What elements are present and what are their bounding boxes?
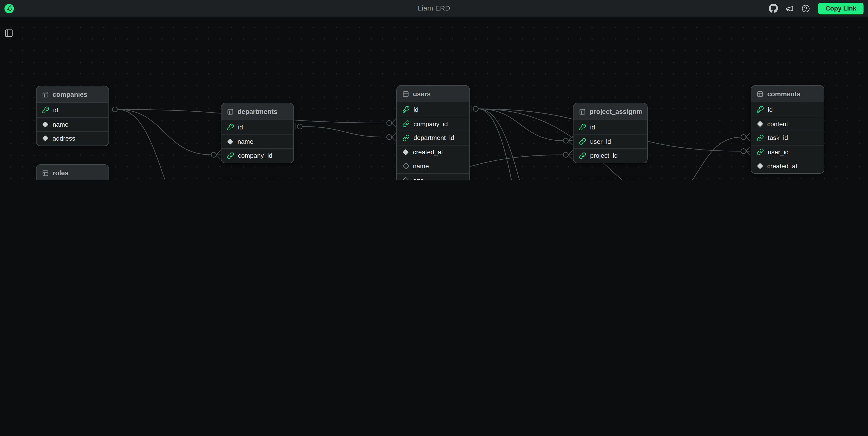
field-name: task_id	[768, 135, 788, 141]
github-icon	[769, 4, 778, 13]
foreign-key-icon	[402, 120, 410, 128]
field-departments-name[interactable]: name	[221, 134, 293, 148]
foreign-key-icon	[757, 134, 764, 142]
field-name: content	[767, 121, 788, 127]
github-button[interactable]	[768, 3, 779, 14]
table-name: departments	[238, 107, 277, 115]
field-name: address	[53, 135, 75, 142]
field-name: id	[238, 124, 243, 130]
diamond-filled-icon	[402, 149, 409, 155]
field-project_assignments-id[interactable]: id	[574, 120, 647, 134]
field-departments-company_id[interactable]: company_id	[221, 148, 293, 162]
field-name: company_id	[238, 152, 272, 159]
field-name: id	[413, 106, 418, 113]
table-icon	[579, 108, 586, 115]
table-project_assignments[interactable]: project_assignme...iduser_idproject_id	[573, 103, 648, 163]
primary-key-icon	[227, 124, 234, 131]
field-name: name	[238, 138, 253, 145]
table-departments[interactable]: departmentsidnamecompany_id	[221, 103, 294, 163]
diamond-filled-icon	[757, 163, 764, 169]
table-header-roles[interactable]: roles	[36, 165, 108, 180]
field-companies-address[interactable]: address	[36, 131, 108, 145]
field-users-name[interactable]: name	[397, 159, 470, 173]
table-header-comments[interactable]: comments	[751, 86, 824, 102]
top-bar: ℒ Liam ERD Copy Link	[0, 0, 868, 17]
field-project_assignments-project_id[interactable]: project_id	[574, 148, 647, 162]
field-name: created_at	[767, 163, 798, 169]
field-users-department_id[interactable]: department_id	[397, 131, 470, 145]
table-name: users	[413, 90, 431, 98]
field-project_assignments-user_id[interactable]: user_id	[574, 134, 647, 148]
field-name: id	[768, 106, 773, 113]
field-users-created_at[interactable]: created_at	[397, 145, 470, 159]
topbar-actions: Copy Link	[768, 2, 863, 14]
field-users-id[interactable]: id	[397, 102, 470, 117]
field-comments-id[interactable]: id	[751, 102, 824, 117]
table-name: roles	[53, 169, 68, 177]
foreign-key-icon	[227, 152, 234, 159]
diamond-outline-icon	[402, 163, 409, 169]
field-name: id	[590, 124, 595, 130]
table-header-users[interactable]: users	[397, 86, 470, 102]
field-comments-user_id[interactable]: user_id	[751, 145, 824, 159]
liam-logo-icon: ℒ	[4, 4, 14, 13]
foreign-key-icon	[402, 134, 410, 142]
table-header-project_assignments[interactable]: project_assignme...	[574, 103, 647, 120]
announcements-button[interactable]	[784, 3, 795, 14]
diamond-outline-icon	[402, 177, 409, 180]
app-title: Liam ERD	[418, 4, 450, 12]
table-comments[interactable]: commentsidcontenttask_iduser_idcreated_a…	[751, 85, 824, 174]
field-name: company_id	[413, 121, 448, 127]
table-icon	[402, 90, 409, 97]
primary-key-icon	[42, 106, 49, 114]
field-users-age[interactable]: age	[397, 173, 470, 180]
table-users[interactable]: usersidcompany_iddepartment_idcreated_at…	[396, 85, 470, 180]
field-departments-id[interactable]: id	[221, 120, 293, 134]
table-icon	[42, 169, 49, 176]
table-header-departments[interactable]: departments	[221, 103, 293, 120]
field-name: age	[413, 177, 424, 180]
table-name: project_assignme...	[589, 107, 642, 115]
foreign-key-icon	[579, 152, 586, 159]
foreign-key-icon	[579, 138, 586, 145]
primary-key-icon	[402, 106, 410, 113]
foreign-key-icon	[757, 148, 764, 156]
field-companies-name[interactable]: name	[36, 117, 108, 131]
megaphone-icon	[785, 4, 794, 12]
field-name: project_id	[590, 152, 618, 159]
table-header-companies[interactable]: companies	[36, 86, 108, 103]
table-companies[interactable]: companiesidnameaddress	[36, 86, 109, 146]
help-icon	[802, 4, 810, 12]
sidebar-toggle-button[interactable]	[3, 28, 14, 38]
field-name: id	[53, 106, 58, 113]
table-name: companies	[53, 90, 87, 98]
primary-key-icon	[579, 124, 586, 131]
panel-left-icon	[4, 29, 13, 38]
diamond-filled-icon	[42, 121, 49, 128]
help-button[interactable]	[800, 3, 811, 14]
field-comments-task_id[interactable]: task_id	[751, 131, 824, 145]
erd-tables-layer: companiesidnameaddressrolesidnamedescrip…	[0, 0, 868, 180]
copy-link-button[interactable]: Copy Link	[818, 2, 864, 14]
field-name: name	[53, 121, 68, 128]
field-name: name	[413, 163, 429, 169]
field-comments-created_at[interactable]: created_at	[751, 159, 824, 173]
app-window: ℒ Liam ERD Copy Link companiesidnameaddr…	[0, 0, 868, 180]
diamond-filled-icon	[757, 121, 764, 127]
field-companies-id[interactable]: id	[36, 103, 108, 117]
primary-key-icon	[757, 106, 764, 113]
table-name: comments	[767, 90, 801, 98]
field-comments-content[interactable]: content	[751, 117, 824, 131]
field-name: department_id	[413, 135, 454, 141]
field-name: user_id	[590, 138, 611, 145]
table-icon	[42, 91, 49, 98]
field-name: user_id	[768, 149, 788, 155]
table-icon	[227, 108, 234, 115]
table-icon	[757, 90, 764, 97]
diamond-filled-icon	[227, 138, 234, 145]
table-roles[interactable]: rolesidnamedescription	[36, 164, 109, 180]
field-name: created_at	[413, 149, 443, 155]
diamond-filled-icon	[42, 135, 49, 142]
field-users-company_id[interactable]: company_id	[397, 117, 470, 131]
